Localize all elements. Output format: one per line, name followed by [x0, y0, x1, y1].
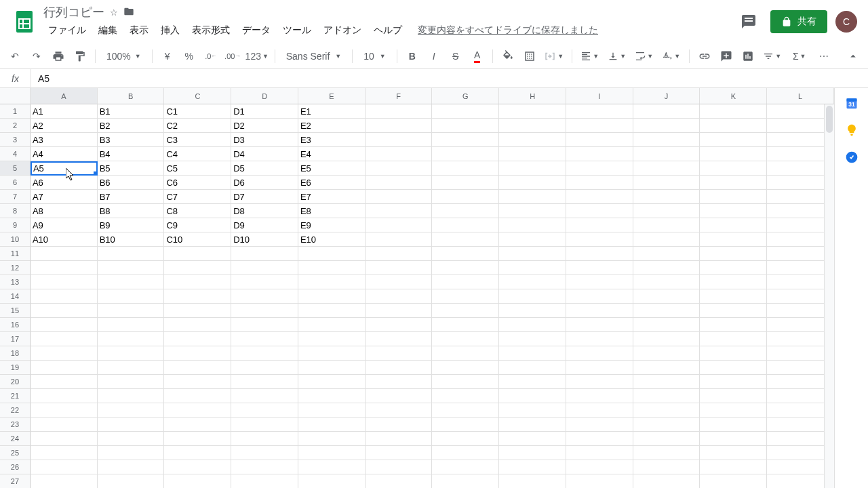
column-header[interactable]: D [231, 88, 298, 104]
cell[interactable] [633, 332, 701, 346]
cell[interactable] [633, 361, 701, 375]
cell[interactable] [499, 232, 566, 247]
cell[interactable] [700, 318, 767, 332]
cell[interactable] [231, 460, 298, 474]
cell[interactable] [566, 218, 633, 232]
cell[interactable] [700, 275, 767, 289]
bold-button[interactable]: B [403, 47, 422, 66]
row-header[interactable]: 3 [0, 133, 31, 147]
cell[interactable] [566, 176, 633, 190]
cell[interactable] [366, 389, 433, 403]
cell[interactable] [633, 446, 701, 460]
cell[interactable] [366, 147, 433, 161]
cell[interactable] [566, 375, 633, 389]
cell[interactable] [432, 289, 499, 304]
cell[interactable] [366, 346, 433, 361]
cell[interactable] [366, 204, 433, 218]
cell[interactable] [566, 361, 633, 375]
cell[interactable] [231, 474, 298, 488]
cell[interactable] [31, 289, 98, 304]
cell[interactable] [298, 474, 366, 488]
formula-input[interactable] [31, 69, 868, 87]
cell[interactable] [31, 275, 98, 289]
save-status[interactable]: 変更内容をすべてドライブに保存しました [418, 24, 598, 37]
cell[interactable] [566, 332, 633, 346]
cell[interactable] [31, 403, 98, 418]
cell[interactable]: A1 [31, 104, 98, 119]
cell[interactable] [633, 389, 701, 403]
cell[interactable] [633, 289, 701, 304]
cell[interactable]: B6 [98, 176, 165, 190]
cell[interactable] [432, 161, 499, 176]
cell[interactable] [633, 346, 701, 361]
cell[interactable] [366, 232, 433, 247]
column-header[interactable]: G [432, 88, 499, 104]
row-header[interactable]: 4 [0, 147, 31, 161]
vertical-scrollbar[interactable] [824, 104, 834, 488]
cell[interactable] [366, 318, 433, 332]
cell[interactable] [98, 275, 165, 289]
cell[interactable] [633, 161, 701, 176]
cell[interactable]: C7 [164, 190, 231, 204]
cell[interactable] [298, 304, 366, 318]
cell[interactable] [432, 418, 499, 432]
cell[interactable] [298, 275, 366, 289]
cell[interactable]: B10 [98, 232, 165, 247]
cell[interactable] [633, 218, 701, 232]
cell[interactable] [164, 389, 231, 403]
cell[interactable] [366, 460, 433, 474]
cell[interactable] [31, 432, 98, 446]
cell[interactable]: C3 [164, 133, 231, 147]
redo-button[interactable]: ↷ [27, 47, 46, 66]
cell[interactable] [633, 474, 701, 488]
row-header[interactable]: 18 [0, 346, 31, 361]
cell[interactable] [31, 460, 98, 474]
row-header[interactable]: 2 [0, 119, 31, 133]
cell[interactable] [164, 446, 231, 460]
row-header[interactable]: 21 [0, 389, 31, 403]
menu-format[interactable]: 表示形式 [187, 22, 235, 39]
cell[interactable] [366, 119, 433, 133]
cell[interactable] [366, 275, 433, 289]
cell[interactable] [633, 147, 701, 161]
cell[interactable] [700, 190, 767, 204]
cell[interactable] [366, 375, 433, 389]
row-header[interactable]: 8 [0, 204, 31, 218]
cell[interactable] [633, 104, 701, 119]
cell[interactable] [31, 247, 98, 261]
cell[interactable] [499, 332, 566, 346]
menu-file[interactable]: ファイル [43, 22, 91, 39]
cell[interactable]: D1 [231, 104, 298, 119]
cell[interactable] [366, 304, 433, 318]
cell[interactable] [31, 375, 98, 389]
row-header[interactable]: 10 [0, 232, 31, 247]
row-header[interactable]: 14 [0, 289, 31, 304]
cell[interactable] [499, 375, 566, 389]
cell[interactable] [298, 261, 366, 275]
cell[interactable] [164, 275, 231, 289]
cell[interactable] [98, 361, 165, 375]
cell[interactable]: A4 [31, 147, 98, 161]
cell[interactable] [633, 375, 701, 389]
cell[interactable]: D10 [231, 232, 298, 247]
cell[interactable] [231, 418, 298, 432]
cell[interactable] [700, 446, 767, 460]
cell[interactable] [499, 247, 566, 261]
cell[interactable] [499, 104, 566, 119]
cell[interactable] [98, 432, 165, 446]
cell[interactable]: D6 [231, 176, 298, 190]
cell[interactable] [31, 318, 98, 332]
row-header[interactable]: 12 [0, 261, 31, 275]
merge-cells-button[interactable]: ▼ [542, 47, 566, 66]
cell[interactable] [98, 247, 165, 261]
cell[interactable] [231, 346, 298, 361]
cell[interactable] [298, 389, 366, 403]
cell[interactable]: A6 [31, 176, 98, 190]
cell[interactable] [366, 332, 433, 346]
cell[interactable] [566, 432, 633, 446]
row-header[interactable]: 13 [0, 275, 31, 289]
cell[interactable] [298, 460, 366, 474]
column-header[interactable]: K [700, 88, 767, 104]
cell[interactable]: A9 [31, 218, 98, 232]
row-header[interactable]: 26 [0, 460, 31, 474]
